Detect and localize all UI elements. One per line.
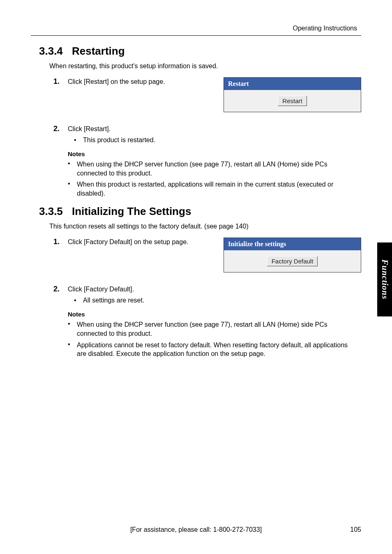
s2-step1-text: Click [Factory Default] on the setup pag…: [68, 238, 224, 246]
initialize-panel-header: Initialize the settings: [224, 238, 361, 250]
note1-text: When using the DHCP server function (see…: [77, 160, 353, 178]
restart-panel-body: Restart: [224, 90, 361, 112]
bullet-icon: •: [68, 180, 77, 198]
note2-bullet: • When this product is restarted, applic…: [68, 180, 361, 198]
factory-default-button[interactable]: Factory Default: [267, 256, 318, 266]
section2-intro: This function resets all settings to the…: [49, 223, 361, 230]
footer-center-text: [For assistance, please call: 1-800-272-…: [31, 526, 361, 533]
section1-intro: When restarting, this product's setup in…: [49, 62, 361, 70]
bullet-icon: •: [68, 341, 77, 358]
footer: [For assistance, please call: 1-800-272-…: [31, 526, 361, 533]
s2-note1-text: When using the DHCP server function (see…: [77, 320, 353, 338]
s2-note2-text: Applications cannot be reset to factory …: [77, 341, 353, 358]
initialize-panel-body: Factory Default: [224, 250, 361, 272]
s2-note1-bullet: • When using the DHCP server function (s…: [68, 320, 361, 338]
s2-note2-bullet: • Applications cannot be reset to factor…: [68, 341, 361, 358]
s2-step2-sub-text: All settings are reset.: [83, 297, 144, 304]
header-rule: [31, 35, 361, 36]
note1-bullet: • When using the DHCP server function (s…: [68, 160, 361, 178]
section-heading-initializing: 3.3.5Initializing The Settings: [39, 205, 361, 218]
step1-text: Click [Restart] on the setup page.: [68, 77, 224, 85]
section-number-2: 3.3.5: [39, 205, 72, 218]
bullet-icon: •: [74, 297, 83, 304]
step2-text: Click [Restart].: [68, 125, 361, 133]
header-right-text: Operating Instructions: [31, 25, 361, 32]
s2-step2-number: 2.: [53, 285, 68, 293]
section-title: Restarting: [72, 45, 125, 57]
s2-step2-sub-bullet: • All settings are reset.: [74, 297, 361, 304]
bullet-icon: •: [68, 320, 77, 338]
section-number: 3.3.4: [39, 45, 72, 58]
section-title-2: Initializing The Settings: [72, 205, 191, 217]
s2-step2-text: Click [Factory Default].: [68, 285, 361, 293]
side-tab-label: Functions: [380, 259, 390, 300]
notes-heading-1: Notes: [68, 150, 361, 157]
step2-sub-bullet: • This product is restarted.: [74, 136, 361, 144]
step2-sub-text: This product is restarted.: [83, 136, 155, 144]
section-heading-restarting: 3.3.4Restarting: [39, 45, 361, 58]
restart-panel-header: Restart: [224, 78, 361, 90]
s2-step1-number: 1.: [53, 238, 68, 246]
step1-number: 1.: [53, 77, 68, 86]
initialize-panel: Initialize the settings Factory Default: [224, 238, 361, 272]
bullet-icon: •: [68, 160, 77, 178]
notes-heading-2: Notes: [68, 311, 361, 318]
step2-number: 2.: [53, 125, 68, 133]
restart-panel: Restart Restart: [224, 77, 361, 112]
bullet-icon: •: [74, 136, 83, 144]
note2-text: When this product is restarted, applicat…: [77, 180, 353, 198]
side-tab-functions: Functions: [377, 242, 392, 316]
restart-button[interactable]: Restart: [278, 96, 307, 106]
